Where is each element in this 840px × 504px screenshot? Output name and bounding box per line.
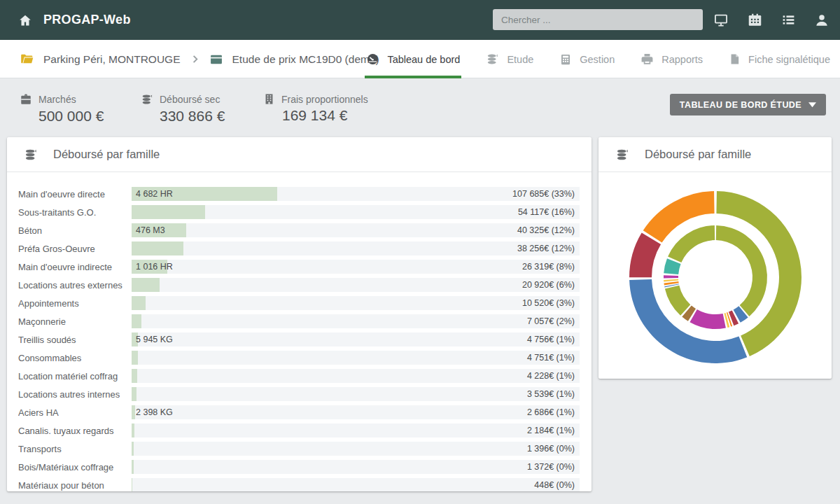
bar-track: 1 396€ (0%) <box>132 442 580 456</box>
breadcrumb-project[interactable]: Parking Péri, MONTROUGE <box>20 52 181 66</box>
bar-value-label: 448€ (0%) <box>534 478 575 491</box>
home-icon[interactable] <box>18 13 32 27</box>
calendar-icon[interactable] <box>738 0 771 40</box>
bar-row-label: Maçonnerie <box>18 316 132 327</box>
bar-track: 2 184€ (1%) <box>132 424 580 438</box>
bar-value-label: 40 325€ (12%) <box>517 223 575 237</box>
bar-row-label: Locations autres internes <box>18 389 132 400</box>
bar-value-label: 7 057€ (2%) <box>527 314 575 328</box>
bar-quantity-label: 4 682 HR <box>136 187 173 201</box>
bar-fill <box>132 278 160 292</box>
bar-fill <box>132 296 146 310</box>
bar-track: 10 520€ (3%) <box>132 296 580 310</box>
bar-row: Canalis. tuyaux regards2 184€ (1%) <box>7 421 592 440</box>
bar-quantity-label: 476 M3 <box>136 223 165 237</box>
stat-value: 169 134 € <box>263 107 368 124</box>
bar-row: Aciers HA2 398 KG2 686€ (1%) <box>7 403 592 421</box>
stat-marches: Marchés 500 000 € <box>20 93 104 125</box>
tab-label: Etude <box>507 54 533 65</box>
list-icon[interactable] <box>771 0 805 40</box>
bar-fill <box>132 369 137 383</box>
bar-row-label: Préfa Gros-Oeuvre <box>18 244 132 254</box>
bar-value-label: 1 372€ (0%) <box>527 460 575 474</box>
tab-label: Rapports <box>662 54 703 65</box>
bar-row: Appointements10 520€ (3%) <box>7 294 592 312</box>
tab-rapports[interactable]: Rapports <box>640 40 703 78</box>
bar-value-label: 54 117€ (16%) <box>518 205 575 219</box>
coins-icon <box>24 148 38 162</box>
donut-segment-inner-magenta <box>690 309 725 329</box>
bar-row: Bois/Matériaux coffrage1 372€ (0%) <box>7 458 592 476</box>
bar-row: Locations autres internes3 539€ (1%) <box>7 385 592 403</box>
bar-row: Consommables4 751€ (1%) <box>7 349 592 367</box>
study-card-icon <box>209 52 223 66</box>
tab-label: Gestion <box>580 54 615 65</box>
donut-chart <box>623 185 808 370</box>
folder-icon <box>20 52 34 66</box>
bar-track: 4 228€ (1%) <box>132 369 580 383</box>
tab-etude[interactable]: Etude <box>486 40 533 78</box>
bar-row-label: Transports <box>18 444 132 454</box>
bar-row-label: Appointements <box>18 298 132 309</box>
bar-track: 4 682 HR107 685€ (33%) <box>132 187 580 201</box>
bar-fill <box>132 460 134 474</box>
bar-row-label: Matériaux pour béton <box>18 480 132 491</box>
breadcrumb-project-label: Parking Péri, MONTROUGE <box>43 53 181 66</box>
stat-frais-proportionnels: Frais proportionnels 169 134 € <box>263 93 368 124</box>
breadcrumb-study[interactable]: Etude de prix MC19D0 (demo) <box>209 52 379 66</box>
panel-debourse-donut: Déboursé par famille <box>598 137 832 379</box>
bar-value-label: 107 685€ (33%) <box>512 187 575 201</box>
bar-track: 3 539€ (1%) <box>132 387 580 401</box>
bar-value-label: 10 520€ (3%) <box>522 296 575 310</box>
bar-quantity-label: 5 945 KG <box>136 332 173 346</box>
tab-tableau-de-bord[interactable]: Tableau de bord <box>366 40 460 78</box>
bar-value-label: 4 228€ (1%) <box>527 369 575 383</box>
donut-segment-inner-green <box>668 225 715 262</box>
donut-segment-inner-yellow <box>664 279 678 282</box>
bar-track: 1 372€ (0%) <box>132 460 580 474</box>
bar-value-label: 26 319€ (8%) <box>522 260 575 274</box>
building-icon <box>263 93 275 105</box>
monitor-icon[interactable] <box>704 0 738 40</box>
bar-track: 54 117€ (16%) <box>132 205 580 219</box>
tab-fiche-signaletique[interactable]: Fiche signalétique <box>729 40 830 78</box>
dashboard-gauge-icon <box>366 52 379 66</box>
bar-fill <box>132 405 135 419</box>
donut-chart-wrap <box>598 172 832 370</box>
bar-value-label: 3 539€ (1%) <box>527 387 575 401</box>
search-box <box>493 9 703 30</box>
dashboard-menu-button[interactable]: TABLEAU DE BORD ÉTUDE <box>670 94 826 115</box>
nav-bar: Parking Péri, MONTROUGE Etude de prix MC… <box>0 40 840 78</box>
app-title: PROGAP-Web <box>43 13 131 27</box>
stat-label: Déboursé sec <box>160 94 220 105</box>
stat-label: Marchés <box>38 94 76 105</box>
caret-down-icon <box>808 102 816 108</box>
tab-gestion[interactable]: Gestion <box>559 40 615 78</box>
app-header: PROGAP-Web <box>0 0 840 40</box>
printer-icon <box>640 52 654 66</box>
panel-title: Déboursé par famille <box>645 148 751 161</box>
bar-track: 5 945 KG4 756€ (1%) <box>132 332 580 346</box>
search-input[interactable] <box>493 9 703 30</box>
user-icon[interactable] <box>805 0 839 40</box>
dashboard-menu-label: TABLEAU DE BORD ÉTUDE <box>680 100 802 110</box>
bar-row: Béton476 M340 325€ (12%) <box>7 221 592 239</box>
donut-segment-inner-green <box>715 225 766 316</box>
donut-segment-inner-magenta <box>663 275 678 278</box>
bar-row: Main d'oeuvre directe4 682 HR107 685€ (3… <box>7 185 592 203</box>
tab-label: Tableau de bord <box>387 54 460 65</box>
tab-label: Fiche signalétique <box>748 54 830 65</box>
panel-debourse-bars: Déboursé par famille Main d'oeuvre direc… <box>7 137 592 491</box>
bar-row: Préfa Gros-Oeuvre38 256€ (12%) <box>7 239 592 258</box>
bar-fill <box>132 314 141 328</box>
bar-fill <box>132 478 132 491</box>
stat-debourse-sec: Déboursé sec 330 866 € <box>141 93 225 125</box>
bar-value-label: 1 396€ (0%) <box>527 442 575 456</box>
bar-fill <box>132 424 134 438</box>
bar-row-label: Bois/Matériaux coffrage <box>18 462 132 472</box>
bar-row: Treillis soudés5 945 KG4 756€ (1%) <box>7 330 592 349</box>
bar-row: Transports1 396€ (0%) <box>7 440 592 458</box>
bar-fill <box>132 387 136 401</box>
header-actions <box>704 0 839 40</box>
bar-row: Maçonnerie7 057€ (2%) <box>7 312 592 330</box>
